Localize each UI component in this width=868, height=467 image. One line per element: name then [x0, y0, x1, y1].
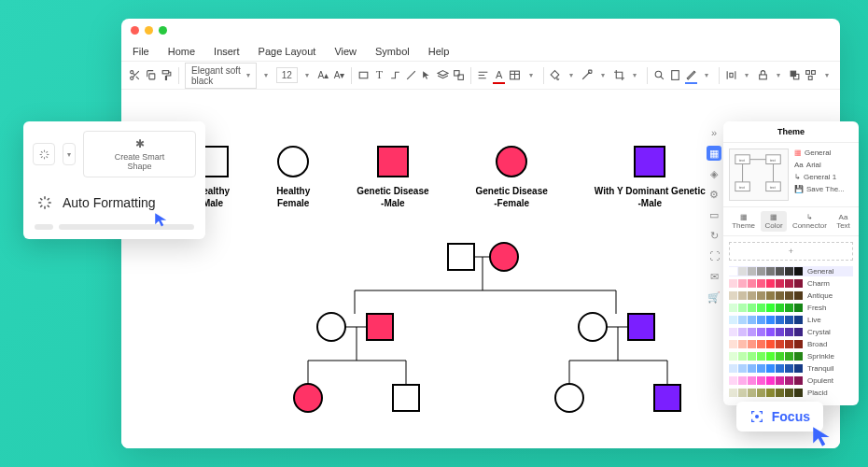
color-swatch[interactable] [766, 364, 775, 373]
color-swatch[interactable] [776, 364, 784, 373]
copy-icon[interactable] [145, 67, 157, 84]
color-swatch[interactable] [738, 304, 747, 312]
menu-home[interactable]: Home [168, 46, 195, 57]
color-swatch[interactable] [738, 328, 747, 336]
decrease-font-icon[interactable]: A▾ [333, 67, 345, 84]
color-swatch[interactable] [729, 352, 737, 361]
color-swatch[interactable] [794, 291, 803, 300]
color-swatch[interactable] [729, 389, 737, 397]
color-swatch[interactable] [766, 304, 775, 312]
comment-icon[interactable]: ✉ [707, 269, 721, 284]
color-swatch[interactable] [785, 389, 793, 397]
color-swatch[interactable] [729, 279, 737, 288]
swatch-row[interactable]: Crystal [729, 327, 853, 337]
swatch-row[interactable]: Broad [729, 339, 853, 349]
lock-icon[interactable] [757, 67, 769, 84]
color-swatch[interactable] [729, 267, 737, 276]
color-swatch[interactable] [729, 304, 737, 312]
color-swatch[interactable] [748, 316, 756, 324]
color-swatch[interactable] [776, 376, 784, 385]
color-swatch[interactable] [748, 279, 756, 288]
font-select[interactable]: Elegant soft black▾ [185, 63, 257, 89]
slider-large[interactable] [59, 224, 194, 230]
group-icon[interactable] [453, 67, 465, 84]
bring-front-icon[interactable] [789, 67, 801, 84]
fill-icon[interactable] [549, 67, 561, 84]
maximize-window-icon[interactable] [159, 26, 167, 35]
color-swatch[interactable] [794, 389, 803, 397]
color-swatch[interactable] [766, 267, 775, 276]
more-dropdown-1[interactable]: ▾ [525, 67, 537, 84]
color-swatch[interactable] [748, 364, 756, 373]
pointer-icon[interactable] [421, 67, 433, 84]
search-icon[interactable] [653, 67, 665, 84]
color-swatch[interactable] [766, 279, 775, 288]
color-swatch[interactable] [794, 316, 803, 324]
eyedropper-icon[interactable] [581, 67, 593, 84]
shape-rect-icon[interactable] [357, 67, 370, 84]
color-swatch[interactable] [748, 352, 756, 361]
color-swatch[interactable] [766, 328, 775, 336]
color-swatch[interactable] [748, 376, 756, 385]
crop-dropdown-icon[interactable]: ▾ [629, 67, 641, 84]
color-swatch[interactable] [748, 291, 756, 300]
color-swatch[interactable] [785, 376, 793, 385]
increase-font-icon[interactable]: A▴ [317, 67, 329, 84]
color-swatch[interactable] [766, 340, 775, 348]
theme-list-save[interactable]: 💾Save The... [794, 185, 853, 193]
gear-icon[interactable]: ⚙ [707, 187, 721, 202]
add-theme-button[interactable]: + [729, 242, 853, 261]
pencil-dropdown-icon[interactable]: ▾ [701, 67, 713, 84]
color-swatch[interactable] [738, 352, 747, 361]
menu-page-layout[interactable]: Page Layout [259, 46, 316, 57]
connector-icon[interactable] [389, 67, 401, 84]
color-swatch[interactable] [794, 340, 803, 348]
tab-theme[interactable]: ▦Theme [728, 211, 759, 232]
layers-icon[interactable] [437, 67, 449, 84]
color-swatch[interactable] [776, 352, 784, 361]
color-swatch[interactable] [785, 316, 793, 324]
tab-color[interactable]: ▦Color [761, 211, 786, 232]
cut-icon[interactable] [129, 67, 141, 84]
slider-small[interactable] [35, 224, 53, 230]
swatch-row[interactable]: Charm [729, 278, 853, 289]
color-swatch[interactable] [757, 340, 765, 348]
color-swatch[interactable] [729, 376, 737, 385]
tab-text[interactable]: AaText [833, 211, 854, 232]
color-swatch[interactable] [757, 316, 765, 324]
color-swatch[interactable] [785, 267, 793, 276]
swatch-row[interactable]: Placid [729, 388, 853, 398]
close-window-icon[interactable] [131, 26, 139, 35]
grid-icon[interactable]: ▦ [707, 146, 721, 161]
color-swatch[interactable] [776, 304, 784, 312]
menu-insert[interactable]: Insert [214, 46, 240, 57]
color-swatch[interactable] [766, 316, 775, 324]
font-size-select[interactable]: 12 [276, 67, 298, 83]
color-swatch[interactable] [794, 352, 803, 361]
line-icon[interactable] [405, 67, 417, 84]
text-tool-icon[interactable]: T [373, 67, 385, 84]
color-swatch[interactable] [748, 389, 756, 397]
size-dropdown-icon[interactable]: ▾ [301, 67, 314, 84]
color-swatch[interactable] [757, 304, 765, 312]
swatch-row[interactable]: Opulent [729, 375, 853, 386]
color-swatch[interactable] [794, 328, 803, 336]
color-swatch[interactable] [757, 291, 765, 300]
color-swatch[interactable] [748, 328, 756, 336]
color-swatch[interactable] [757, 328, 765, 336]
color-swatch[interactable] [776, 267, 784, 276]
color-swatch[interactable] [794, 376, 803, 385]
auto-layout-icon[interactable] [805, 67, 817, 84]
color-swatch[interactable] [729, 340, 737, 348]
swatch-row[interactable]: General [729, 266, 853, 276]
page-icon[interactable] [669, 67, 681, 84]
layers-side-icon[interactable]: ◈ [707, 166, 721, 181]
color-swatch[interactable] [785, 279, 793, 288]
table-icon[interactable] [509, 67, 521, 84]
fullscreen-icon[interactable]: ⛶ [707, 248, 721, 263]
fill-dropdown-icon[interactable]: ▾ [565, 67, 577, 84]
create-smart-shape-button[interactable]: ✱ Create Smart Shape [83, 131, 196, 177]
color-swatch[interactable] [738, 389, 747, 397]
color-swatch[interactable] [729, 364, 737, 373]
color-swatch[interactable] [748, 267, 756, 276]
